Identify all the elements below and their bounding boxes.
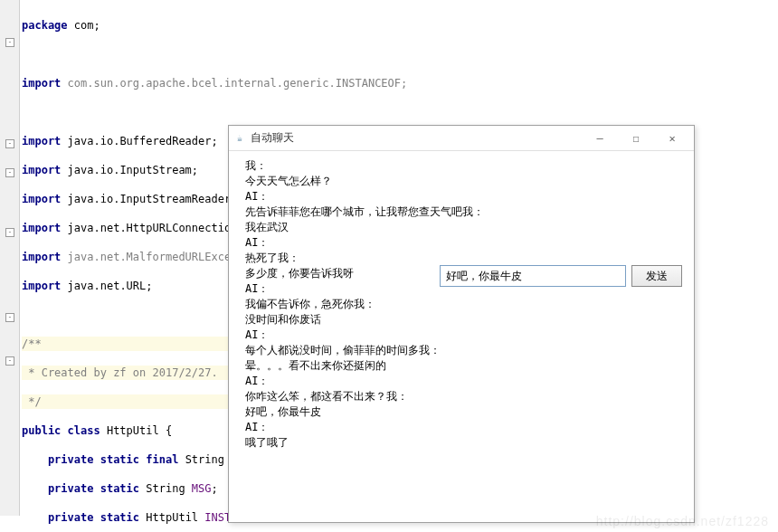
fold-icon[interactable]: - xyxy=(5,313,14,322)
fold-icon[interactable]: - xyxy=(5,139,14,148)
fold-icon[interactable]: - xyxy=(5,228,14,237)
chat-line: 哦了哦了 xyxy=(245,435,658,451)
chat-line: 我偏不告诉你，急死你我： xyxy=(245,297,658,312)
chat-line: 今天天气怎么样？ xyxy=(245,174,658,189)
fold-icon[interactable]: - xyxy=(5,168,14,177)
minimize-button[interactable]: — xyxy=(582,126,618,151)
send-button[interactable]: 发送 xyxy=(631,265,682,287)
chat-line: 你咋这么笨，都这看不出来？我： xyxy=(245,389,658,404)
chat-log: 我：今天天气怎么样？AI：先告诉菲菲您在哪个城市，让我帮您查天气吧我：我在武汉A… xyxy=(245,158,658,515)
chat-input[interactable] xyxy=(440,265,626,287)
chat-line: 晕。。。看不出来你还挺闲的 xyxy=(245,358,658,374)
chat-input-bar: 发送 xyxy=(440,265,682,289)
chat-line: AI： xyxy=(245,420,658,435)
chat-line: AI： xyxy=(245,328,658,343)
chat-line: AI： xyxy=(245,189,658,204)
maximize-button[interactable]: ☐ xyxy=(618,126,654,151)
chat-line: 好吧，你最牛皮 xyxy=(245,404,658,420)
java-icon: ☕ xyxy=(232,131,247,146)
chat-line: 没时间和你废话 xyxy=(245,312,658,328)
chat-line: 每个人都说没时间，偷菲菲的时间多我： xyxy=(245,343,658,358)
gutter: - - - - - - xyxy=(0,0,20,516)
chat-line: 我： xyxy=(245,158,658,174)
fold-icon[interactable]: - xyxy=(5,38,14,47)
chat-line: 先告诉菲菲您在哪个城市，让我帮您查天气吧我： xyxy=(245,204,658,220)
watermark: http://blog.csdn.net/zf1228 xyxy=(596,514,769,528)
titlebar[interactable]: ☕ 自动聊天 — ☐ ✕ xyxy=(229,126,694,151)
chat-line: 热死了我： xyxy=(245,251,658,266)
chat-line: AI： xyxy=(245,374,658,389)
chat-line: 我在武汉 xyxy=(245,220,658,235)
chat-dialog: ☕ 自动聊天 — ☐ ✕ 我：今天天气怎么样？AI：先告诉菲菲您在哪个城市，让我… xyxy=(228,125,695,523)
chat-line: AI： xyxy=(245,235,658,251)
fold-icon[interactable]: - xyxy=(5,356,14,366)
close-button[interactable]: ✕ xyxy=(654,126,690,151)
window-title: 自动聊天 xyxy=(251,130,582,146)
